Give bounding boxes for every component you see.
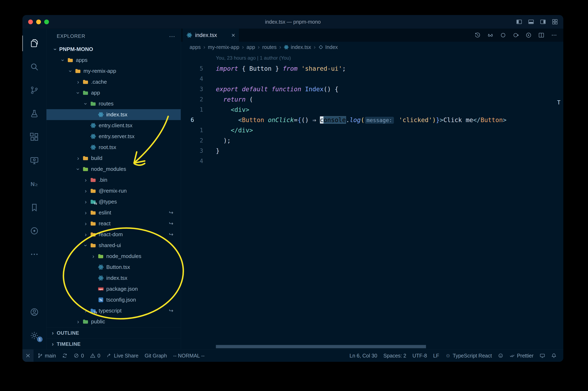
zoom-button[interactable] (44, 19, 49, 24)
tree-item--bin[interactable]: ›.bin (46, 175, 181, 186)
history-icon[interactable] (475, 32, 481, 38)
activitybar-extensions[interactable] (22, 128, 46, 147)
activitybar-accounts[interactable] (22, 303, 46, 321)
sidebar-section-outline[interactable]: ›OUTLINE (46, 327, 181, 338)
statusbar-language-mode[interactable]: {}TypeScript React (442, 349, 495, 362)
chevron-right-icon[interactable]: › (82, 231, 90, 238)
statusbar-live-share[interactable]: Live Share (103, 349, 142, 362)
activitybar-more-views[interactable] (22, 245, 46, 264)
breadcrumb-item-index[interactable]: Index (318, 44, 338, 50)
close-button[interactable] (28, 19, 33, 24)
chevron-down-icon[interactable]: › (83, 242, 89, 249)
tree-item--cache[interactable]: ›.cache (46, 77, 181, 87)
activitybar-source-control[interactable] (22, 81, 46, 100)
sidebar-more-actions-icon[interactable]: ⋯ (169, 33, 175, 40)
statusbar-warnings[interactable]: 0 (87, 349, 103, 362)
tree-item-public[interactable]: ›public (46, 316, 181, 327)
tree-item-typescript[interactable]: ›TStypescript↪ (46, 305, 181, 316)
tree-item-routes[interactable]: ›routes (46, 98, 181, 109)
tree-item-react[interactable]: ›react↪ (46, 218, 181, 229)
breadcrumb-item-index-tsx[interactable]: index.tsx (284, 44, 311, 50)
tree-item-app[interactable]: ›app (46, 87, 181, 98)
statusbar-notifications[interactable] (548, 349, 560, 362)
tree-item-apps[interactable]: ›apps (46, 55, 181, 66)
statusbar-tunnel[interactable] (537, 349, 548, 362)
chevron-right-icon[interactable]: › (82, 209, 90, 216)
layout-right-icon[interactable] (540, 19, 546, 25)
ellipsis-icon-icon[interactable] (551, 32, 557, 38)
statusbar-feedback[interactable] (495, 349, 506, 362)
split-icon[interactable] (538, 32, 544, 38)
breadcrumb-item-my-remix-app[interactable]: my-remix-app (208, 44, 239, 50)
statusbar-sync-changes[interactable] (59, 349, 71, 362)
breadcrumb-item-apps[interactable]: apps (190, 44, 201, 50)
tree-item-entry-client-tsx[interactable]: entry.client.tsx (46, 120, 181, 131)
tab-index-tsx[interactable]: index.tsx × (183, 29, 239, 42)
tree-item-index-tsx[interactable]: index.tsx (46, 273, 181, 284)
tree-item-build[interactable]: ›build (46, 153, 181, 164)
tree-item-entry-server-tsx[interactable]: entry.server.tsx (46, 131, 181, 142)
chevron-right-icon[interactable]: › (90, 253, 97, 260)
chevron-right-icon[interactable]: › (82, 307, 90, 314)
chevron-down-icon[interactable]: › (67, 67, 74, 75)
circle-arrow-icon[interactable] (513, 32, 519, 38)
activitybar-testing[interactable] (22, 104, 46, 123)
chevron-right-icon[interactable]: › (74, 318, 82, 325)
statusbar-encoding[interactable]: UTF-8 (409, 349, 430, 362)
layout-grid-icon[interactable] (552, 19, 558, 25)
horizontal-scrollbar[interactable] (216, 345, 426, 348)
chevron-right-icon[interactable]: › (82, 177, 90, 183)
activitybar-nx-console[interactable]: N≥ (22, 175, 46, 194)
tree-item-node-modules[interactable]: ›node_modules (46, 251, 181, 262)
code-editor[interactable]: 5import { Button } from 'shared-ui';43ex… (181, 64, 563, 166)
sidebar-section-timeline[interactable]: ›TIMELINE (46, 338, 181, 349)
statusbar-remote-indicator[interactable] (22, 349, 33, 362)
tree-item--types[interactable]: ›TS@types (46, 196, 181, 207)
layout-bottom-icon[interactable] (528, 19, 534, 25)
tab-close-icon[interactable]: × (231, 32, 235, 38)
preview-icon[interactable] (487, 32, 493, 38)
chevron-down-icon[interactable]: › (75, 89, 81, 97)
tree-item--remix-run[interactable]: ›@remix-run (46, 186, 181, 196)
chevron-right-icon[interactable]: › (74, 79, 82, 85)
layout-left-icon[interactable] (516, 19, 522, 25)
activitybar-explorer[interactable] (22, 34, 46, 53)
statusbar-cursor-position[interactable]: Ln 6, Col 30 (346, 349, 380, 362)
statusbar-eol[interactable]: LF (430, 349, 442, 362)
chevron-down-icon[interactable]: › (60, 56, 66, 64)
breadcrumb-item-routes[interactable]: routes (262, 44, 277, 50)
run-icon[interactable] (525, 32, 532, 38)
minimize-button[interactable] (36, 19, 41, 24)
tree-item-button-tsx[interactable]: Button.tsx (46, 262, 181, 273)
chevron-right-icon[interactable]: › (74, 155, 82, 162)
statusbar-vim-mode[interactable]: -- NORMAL -- (170, 349, 208, 362)
tree-item-my-remix-app[interactable]: ›my-remix-app (46, 66, 181, 77)
activitybar-search[interactable] (22, 57, 46, 76)
tree-item-index-tsx[interactable]: index.tsx (46, 109, 181, 120)
statusbar-git-branch[interactable]: main (34, 349, 59, 362)
chevron-right-icon[interactable]: › (82, 220, 90, 227)
activitybar-live-share-activity[interactable] (22, 221, 46, 240)
chevron-right-icon[interactable]: › (82, 198, 90, 205)
tree-item-eslint[interactable]: ›eslint↪ (46, 207, 181, 218)
tree-item-react-dom[interactable]: ›react-dom↪ (46, 229, 181, 240)
tree-item-shared-ui[interactable]: ›shared-ui (46, 240, 181, 251)
tree-item-package-json[interactable]: npmpackage.json (46, 284, 181, 294)
tree-item-tsconfig-json[interactable]: Tstsconfig.json (46, 294, 181, 305)
breadcrumb-item-app[interactable]: app (247, 44, 255, 50)
chevron-down-icon[interactable]: › (52, 45, 59, 53)
chevron-down-icon[interactable]: › (75, 165, 81, 173)
circleo-icon[interactable] (500, 32, 506, 38)
activitybar-bookmarks[interactable] (22, 198, 46, 217)
statusbar-formatter-prettier[interactable]: Prettier (506, 349, 537, 362)
statusbar-git-graph[interactable]: Git Graph (142, 349, 170, 362)
activitybar-remote-explorer[interactable] (22, 151, 46, 170)
tree-item-pnpm-mono[interactable]: ›PNPM-MONO (46, 44, 181, 55)
chevron-right-icon[interactable]: › (82, 188, 90, 194)
tree-item-root-tsx[interactable]: root.tsx (46, 142, 181, 153)
chevron-down-icon[interactable]: › (83, 100, 89, 108)
statusbar-errors[interactable]: 0 (71, 349, 87, 362)
tree-item-node-modules[interactable]: ›node_modules (46, 164, 181, 175)
statusbar-indentation[interactable]: Spaces: 2 (380, 349, 409, 362)
activitybar-settings[interactable]: 1 (22, 326, 46, 345)
